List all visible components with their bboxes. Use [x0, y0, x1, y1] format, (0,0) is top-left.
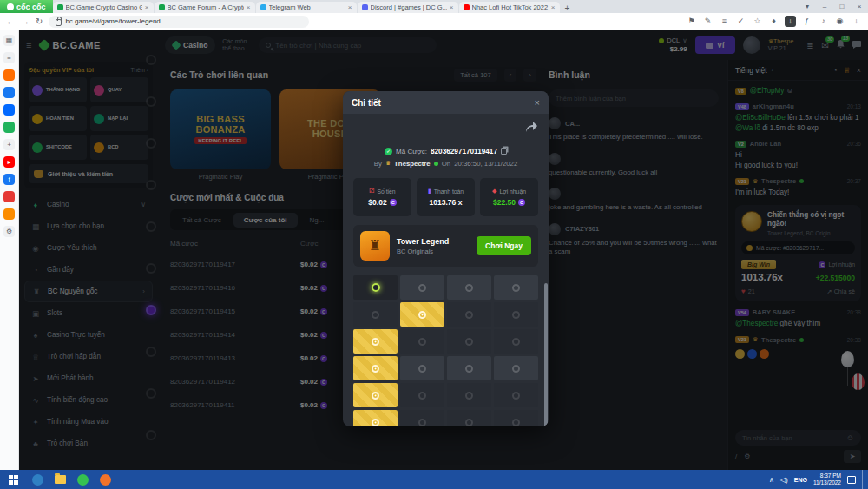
tower-cell-icon: [512, 338, 520, 346]
pin-icon[interactable]: ⚑: [686, 16, 697, 27]
play-now-button[interactable]: Chơi Ngay: [477, 236, 531, 255]
checker-icon[interactable]: ✓: [735, 16, 746, 27]
tower-cell-win[interactable]: [353, 410, 398, 426]
player-name[interactable]: Thespectre: [394, 160, 431, 168]
browser-tab[interactable]: Discord | #games | DC G...×: [358, 2, 458, 13]
coccoc-brand-button[interactable]: cốc cốc: [0, 0, 53, 13]
modal-scrollbar[interactable]: [544, 283, 548, 426]
tab-favicon: [260, 4, 266, 10]
tower-cell-d[interactable]: [400, 329, 444, 354]
add-shortcut-icon[interactable]: +: [3, 139, 15, 150]
browser-tab[interactable]: Nhạc Lofi Hot TikTok 2022 -×: [459, 2, 560, 13]
browser-tab[interactable]: BC Game Forum - A Crypto...×: [155, 2, 255, 13]
tray-expand-icon[interactable]: ∧: [769, 476, 774, 484]
game-provider: BC Originals: [397, 248, 449, 255]
settings-icon[interactable]: ⚙: [3, 226, 15, 237]
volume-icon[interactable]: ◁): [780, 476, 788, 484]
hot-trends-icon[interactable]: [3, 69, 15, 81]
workspace-button[interactable]: ▾: [799, 3, 816, 10]
back-button[interactable]: ←: [6, 17, 15, 26]
browser-tab[interactable]: BC.Game Crypto Casino Ga...×: [53, 2, 154, 13]
by-label: By: [374, 160, 382, 168]
tower-cell-d[interactable]: [494, 410, 538, 426]
firefox-icon[interactable]: [94, 470, 116, 489]
tower-cell-d[interactable]: [494, 302, 538, 327]
tower-cell-win[interactable]: [400, 302, 444, 327]
tower-cell-e[interactable]: [494, 275, 538, 300]
tower-legend-thumbnail[interactable]: ♜: [360, 231, 390, 261]
tab-close-icon[interactable]: ×: [348, 3, 352, 11]
bookmark-star-icon[interactable]: ☆: [752, 16, 763, 27]
file-explorer-icon[interactable]: [49, 470, 71, 489]
tab-close-icon[interactable]: ×: [450, 3, 454, 11]
edge-icon[interactable]: [26, 470, 49, 489]
taskbar-clock[interactable]: 8:37 PM 11/13/2022: [813, 472, 841, 486]
facebook-icon[interactable]: f: [3, 174, 15, 185]
tab-close-icon[interactable]: ×: [145, 3, 149, 11]
tab-close-icon[interactable]: ×: [247, 3, 251, 11]
currency-icon[interactable]: ƒ: [801, 16, 812, 27]
tower-cell-d[interactable]: [400, 410, 444, 426]
adblock-shield-icon[interactable]: ♦: [768, 16, 779, 27]
maximize-button[interactable]: □: [833, 3, 851, 10]
tower-cell-win[interactable]: [353, 356, 398, 380]
download-manager-icon[interactable]: ↓: [785, 16, 796, 27]
modal-close-button[interactable]: ×: [535, 97, 540, 108]
address-bar[interactable]: bc.game/vi/game/tower-legend: [49, 16, 309, 28]
new-tab-button[interactable]: +: [561, 3, 575, 13]
screen: cốc cốc BC.Game Crypto Casino Ga...×BC G…: [0, 0, 868, 489]
tower-cell-win[interactable]: [353, 329, 398, 354]
tower-cell-d[interactable]: [353, 302, 398, 327]
tower-cell-icon: [465, 365, 473, 373]
stat-payout-value: 1013.76 x: [430, 198, 463, 207]
tower-cell-e[interactable]: [447, 275, 491, 300]
tab-close-icon[interactable]: ×: [551, 3, 556, 11]
bet-datetime: 20:36:50, 13/11/2022: [454, 160, 517, 168]
tower-cell-e[interactable]: [400, 356, 444, 380]
tower-cell-d[interactable]: [494, 329, 538, 354]
game-name: Tower Legend: [397, 237, 449, 246]
close-button[interactable]: ×: [851, 3, 868, 10]
zalo-icon[interactable]: [3, 104, 15, 116]
profit-bag-icon: ◆: [492, 188, 496, 195]
language-indicator[interactable]: ENG: [794, 477, 807, 483]
tower-cell-d[interactable]: [494, 383, 538, 407]
messenger-icon[interactable]: [3, 87, 15, 98]
on-label: On: [442, 160, 450, 168]
youtube-icon[interactable]: ▸: [3, 156, 15, 168]
tower-cell-win[interactable]: [353, 383, 398, 407]
show-desktop-button[interactable]: [862, 470, 865, 489]
tower-cell-e[interactable]: [400, 275, 444, 300]
games-icon[interactable]: [3, 122, 15, 133]
calculator-icon[interactable]: [3, 208, 15, 220]
reload-button[interactable]: ↻: [36, 17, 43, 26]
browser-tab[interactable]: Telegram Web×: [256, 2, 357, 13]
share-bet-icon[interactable]: [524, 121, 538, 133]
coin-icon: C: [518, 199, 525, 206]
downloads-tray-icon[interactable]: ↓: [851, 16, 862, 27]
tower-cell-d[interactable]: [447, 383, 491, 407]
tower-cell-d[interactable]: [447, 302, 491, 327]
profile-icon[interactable]: ◉: [834, 16, 845, 27]
apps-grid-icon[interactable]: ▦: [3, 35, 15, 46]
copy-icon[interactable]: [501, 148, 507, 155]
reading-list-icon[interactable]: ≡: [3, 52, 15, 63]
tower-cell-d[interactable]: [447, 410, 491, 426]
coccoc-icon[interactable]: [71, 470, 94, 489]
tower-cell-e[interactable]: [494, 356, 538, 380]
tower-cell-e[interactable]: [447, 356, 491, 380]
action-center-icon[interactable]: [847, 476, 856, 484]
tab-title: BC Game Forum - A Crypto...: [168, 3, 244, 11]
tower-cell-next[interactable]: [353, 275, 398, 300]
translate-icon[interactable]: ✎: [702, 16, 713, 27]
minimize-button[interactable]: –: [816, 3, 833, 10]
tower-cell-d[interactable]: [447, 329, 491, 354]
tower-cell-icon: [512, 365, 520, 373]
forward-button[interactable]: →: [21, 17, 30, 26]
tower-cell-icon: [465, 419, 473, 426]
tower-cell-d[interactable]: [400, 383, 444, 407]
media-icon[interactable]: ♪: [818, 16, 829, 27]
red-envelope-icon[interactable]: [3, 191, 15, 202]
clipboard-icon[interactable]: ≡: [719, 16, 730, 27]
start-button[interactable]: [0, 470, 26, 489]
